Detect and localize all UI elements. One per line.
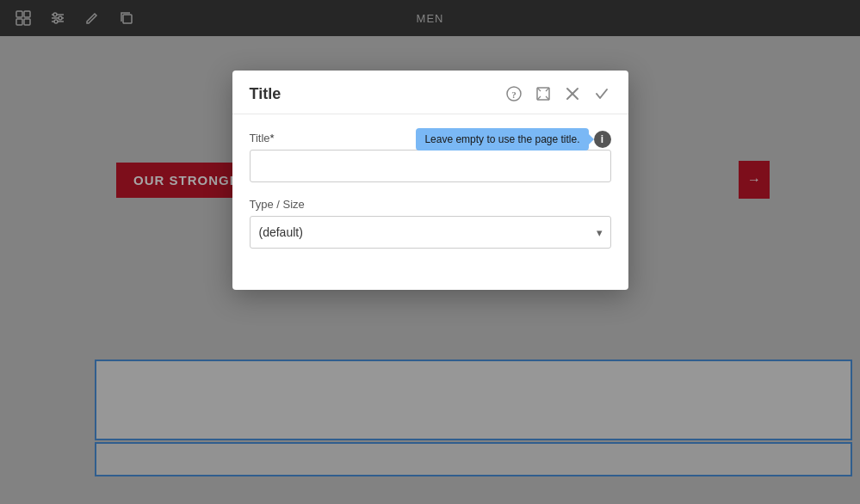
modal-header-icons: ?: [504, 84, 611, 103]
tooltip-info-icon[interactable]: i: [594, 131, 611, 148]
modal-close-button[interactable]: [563, 84, 582, 103]
modal-dialog: Title ?: [232, 71, 628, 290]
title-input[interactable]: [250, 150, 611, 182]
form-group-type-size: Type / Size (default) H1 H2 H3 H4 H5 H6 …: [250, 198, 611, 249]
modal-body: Leave empty to use the page title. i Tit…: [232, 114, 628, 249]
svg-text:?: ?: [511, 89, 517, 100]
modal-help-button[interactable]: ?: [504, 84, 523, 103]
type-size-label: Type / Size: [250, 198, 611, 211]
modal-expand-button[interactable]: [534, 84, 553, 103]
type-size-select[interactable]: (default) H1 H2 H3 H4 H5 H6: [250, 216, 611, 249]
tooltip-container: Leave empty to use the page title. i: [416, 128, 610, 151]
modal-title: Title: [250, 85, 282, 103]
modal-header: Title ?: [232, 71, 628, 114]
tooltip-bubble: Leave empty to use the page title.: [416, 128, 588, 151]
modal-confirm-button[interactable]: [592, 84, 611, 103]
type-size-select-wrapper: (default) H1 H2 H3 H4 H5 H6 ▾: [250, 216, 611, 249]
